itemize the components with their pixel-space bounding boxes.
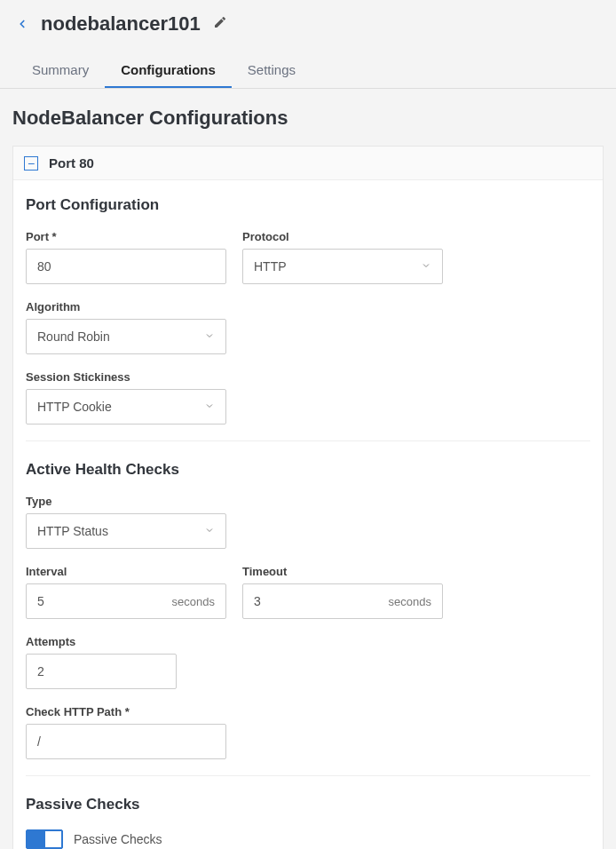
stickiness-label: Session Stickiness <box>26 370 226 384</box>
type-select[interactable]: HTTP Status <box>26 513 226 549</box>
back-chevron-icon[interactable] <box>16 15 28 33</box>
form-body: Port Configuration Port * 80 Protocol HT… <box>13 180 603 849</box>
tab-configurations[interactable]: Configurations <box>105 53 232 88</box>
page-header: nodebalancer101 <box>0 0 616 43</box>
timeout-field: Timeout 3 seconds <box>242 565 443 619</box>
type-value: HTTP Status <box>37 524 108 538</box>
active-checks-heading: Active Health Checks <box>26 461 590 479</box>
type-field: Type HTTP Status <box>26 495 226 549</box>
timeout-label: Timeout <box>242 565 443 578</box>
type-label: Type <box>26 495 226 508</box>
edit-icon[interactable] <box>213 15 227 33</box>
http-path-value: / <box>37 734 41 749</box>
chevron-down-icon <box>204 330 215 344</box>
algorithm-field: Algorithm Round Robin <box>26 300 226 354</box>
accordion-header[interactable]: − Port 80 <box>13 147 603 180</box>
protocol-label: Protocol <box>242 230 443 243</box>
algorithm-select[interactable]: Round Robin <box>26 319 226 354</box>
http-path-field: Check HTTP Path * / <box>26 705 226 759</box>
tabs: Summary Configurations Settings <box>0 43 616 89</box>
port-config-heading: Port Configuration <box>26 196 590 214</box>
protocol-value: HTTP <box>254 259 287 274</box>
interval-value: 5 <box>37 594 44 608</box>
port-label: Port * <box>26 230 226 243</box>
timeout-input[interactable]: 3 seconds <box>242 583 443 619</box>
stickiness-value: HTTP Cookie <box>37 400 112 414</box>
passive-checks-heading: Passive Checks <box>26 796 590 813</box>
stickiness-field: Session Stickiness HTTP Cookie <box>26 370 226 424</box>
attempts-value: 2 <box>37 664 44 678</box>
collapse-icon[interactable]: − <box>24 156 38 171</box>
interval-input[interactable]: 5 seconds <box>26 583 226 619</box>
toggle-knob <box>45 831 61 847</box>
port-field: Port * 80 <box>26 230 226 284</box>
tab-summary[interactable]: Summary <box>16 53 105 88</box>
chevron-down-icon <box>204 525 215 538</box>
chevron-down-icon <box>204 401 215 414</box>
passive-checks-toggle[interactable] <box>26 829 63 849</box>
timeout-suffix: seconds <box>389 595 431 608</box>
interval-label: Interval <box>26 565 226 578</box>
divider <box>26 775 590 776</box>
stickiness-select[interactable]: HTTP Cookie <box>26 389 226 424</box>
interval-field: Interval 5 seconds <box>26 565 226 619</box>
section-title: NodeBalancer Configurations <box>0 89 616 146</box>
attempts-field: Attempts 2 <box>26 635 177 689</box>
http-path-label: Check HTTP Path * <box>26 705 226 718</box>
protocol-select[interactable]: HTTP <box>242 249 443 284</box>
chevron-down-icon <box>421 260 431 274</box>
attempts-input[interactable]: 2 <box>26 654 177 689</box>
port-value: 80 <box>37 259 51 274</box>
algorithm-value: Round Robin <box>37 329 110 344</box>
timeout-value: 3 <box>254 594 261 608</box>
port-input[interactable]: 80 <box>26 249 226 284</box>
http-path-input[interactable]: / <box>26 724 226 759</box>
tab-settings[interactable]: Settings <box>232 53 312 88</box>
interval-suffix: seconds <box>172 595 215 608</box>
attempts-label: Attempts <box>26 635 177 648</box>
config-card: − Port 80 Port Configuration Port * 80 P… <box>12 146 604 849</box>
passive-toggle-row: Passive Checks <box>26 829 590 849</box>
accordion-title: Port 80 <box>49 155 94 171</box>
passive-checks-toggle-label: Passive Checks <box>74 832 162 846</box>
protocol-field: Protocol HTTP <box>242 230 443 284</box>
divider <box>26 440 590 441</box>
algorithm-label: Algorithm <box>26 300 226 313</box>
page-title: nodebalancer101 <box>41 12 201 36</box>
